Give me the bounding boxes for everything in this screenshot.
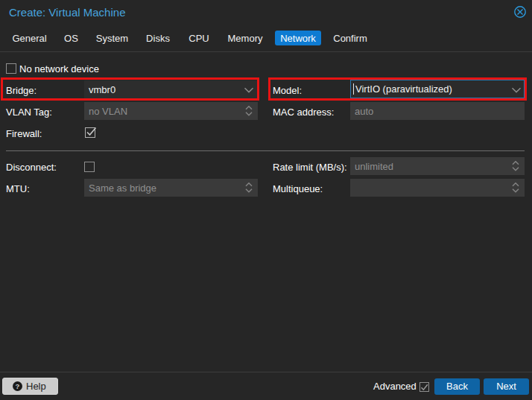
svg-text:?: ?: [16, 382, 20, 390]
